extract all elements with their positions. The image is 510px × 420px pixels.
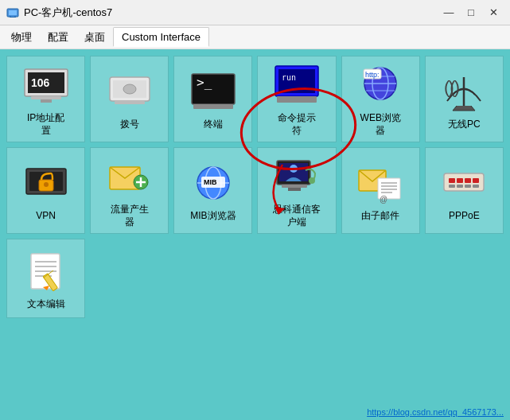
svg-point-47	[290, 165, 298, 173]
svg-point-13	[123, 84, 136, 94]
web-label: WEB浏览器	[360, 112, 401, 137]
menu-desktop[interactable]: 桌面	[76, 27, 113, 48]
mib-icon: MIB	[189, 159, 237, 207]
terminal-icon: >_	[189, 68, 237, 115]
svg-rect-14	[115, 101, 145, 104]
close-button[interactable]: ✕	[483, 5, 504, 21]
menu-custom-interface[interactable]: Custom Interface	[113, 27, 209, 47]
wireless-label: 无线PC	[448, 119, 481, 131]
cisco-label: 思科通信客户端	[273, 204, 321, 228]
bottom-link[interactable]: https://blog.csdn.net/qq_4567173...	[367, 407, 504, 417]
svg-rect-9	[31, 96, 61, 99]
menu-config[interactable]: 配置	[40, 27, 76, 48]
svg-rect-1	[9, 10, 17, 15]
svg-text:>_: >_	[197, 75, 212, 90]
svg-text:run: run	[282, 73, 296, 82]
svg-text:MIB: MIB	[204, 178, 217, 186]
terminal-label: 终端	[204, 119, 223, 131]
email-icon: @	[356, 159, 404, 207]
icon-ip-config[interactable]: 106 IP地址配置	[6, 56, 85, 142]
menubar: 物理 配置 桌面 Custom Interface	[0, 25, 510, 49]
titlebar: PC-客户机-centos7 — □ ✕	[0, 0, 510, 25]
cisco-icon	[273, 153, 321, 200]
vpn-label: VPN	[36, 210, 56, 223]
svg-rect-50	[288, 188, 301, 191]
icon-cisco-client[interactable]: 思科通信客户端	[257, 147, 336, 234]
icon-dialup[interactable]: 拨号	[90, 56, 169, 142]
window-controls: — □ ✕	[438, 5, 504, 21]
window-title: PC-客户机-centos7	[24, 6, 438, 20]
traffic-icon	[106, 153, 154, 200]
ip-icon: 106	[22, 61, 70, 109]
main-area: 106 IP地址配置 拨号 >	[0, 49, 510, 420]
email-label: 由子邮件	[361, 210, 399, 223]
svg-text:http:: http:	[365, 71, 380, 79]
icon-pppoe[interactable]: PPPoE	[425, 147, 504, 234]
svg-rect-63	[449, 185, 455, 188]
svg-rect-64	[457, 185, 463, 188]
icon-web-browser[interactable]: http: WEB浏览器	[341, 56, 420, 142]
cmd-icon: run	[273, 61, 321, 109]
svg-point-35	[44, 182, 49, 187]
svg-rect-21	[277, 96, 317, 103]
dialup-icon	[106, 68, 154, 115]
icon-vpn[interactable]: VPN	[6, 147, 85, 234]
svg-rect-17	[193, 104, 233, 109]
svg-rect-66	[473, 185, 479, 188]
vpn-icon	[22, 159, 70, 207]
svg-rect-65	[465, 185, 471, 188]
icon-wireless[interactable]: (( (( 无线PC	[425, 56, 504, 142]
svg-point-48	[309, 177, 315, 184]
svg-rect-10	[41, 99, 52, 103]
textedit-icon	[22, 247, 70, 295]
svg-rect-59	[449, 178, 455, 183]
icon-mib-browser[interactable]: MIB MIB浏览器	[173, 147, 252, 234]
web-icon: http:	[356, 61, 404, 109]
svg-text:@: @	[380, 195, 387, 204]
svg-text:((: ((	[448, 77, 460, 97]
icon-terminal[interactable]: >_ 终端	[173, 56, 252, 142]
icon-email[interactable]: @ 由子邮件	[341, 147, 420, 234]
icon-text-editor[interactable]: 文本编辑	[6, 239, 85, 318]
traffic-label: 流量产生器	[111, 204, 149, 228]
svg-rect-62	[473, 178, 479, 183]
svg-rect-60	[457, 178, 463, 183]
minimize-button[interactable]: —	[438, 5, 459, 21]
mib-label: MIB浏览器	[190, 210, 236, 223]
pppoe-label: PPPoE	[449, 210, 480, 223]
svg-rect-3	[10, 17, 16, 18]
ip-config-label: IP地址配置	[27, 112, 64, 137]
textedit-label: 文本编辑	[27, 298, 65, 311]
icon-cmd-prompt[interactable]: run 命令提示符	[257, 56, 336, 142]
cmd-label: 命令提示符	[278, 112, 316, 137]
wireless-icon: (( ((	[440, 68, 488, 115]
svg-rect-49	[282, 185, 307, 188]
app-icon	[6, 6, 19, 19]
menu-physics[interactable]: 物理	[3, 27, 40, 48]
pppoe-icon	[440, 159, 488, 207]
icon-grid: 106 IP地址配置 拨号 >	[6, 56, 504, 318]
dialup-label: 拨号	[120, 119, 139, 131]
maximize-button[interactable]: □	[461, 5, 481, 21]
icon-traffic-gen[interactable]: 流量产生器	[90, 147, 169, 234]
svg-rect-61	[465, 178, 471, 183]
svg-text:106: 106	[31, 76, 50, 89]
